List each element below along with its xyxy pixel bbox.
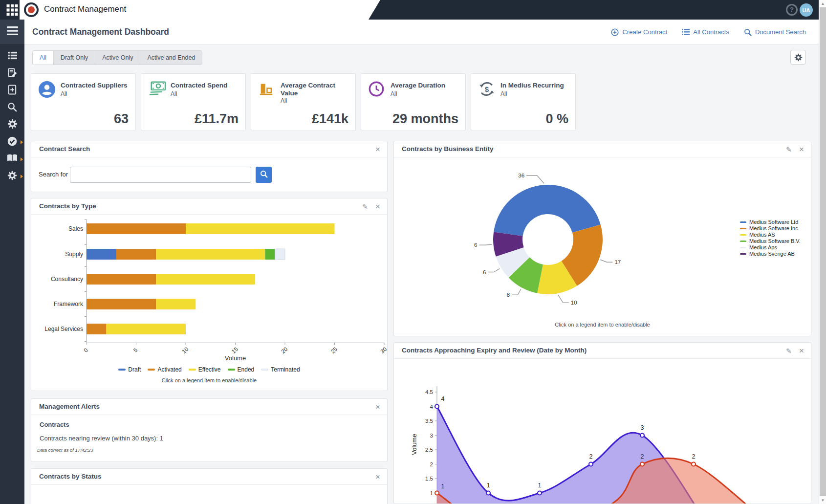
kpi-card-recurring: $In Medius RecurringAll0 % bbox=[471, 73, 576, 131]
legend-item-medius-aps[interactable]: Medius Aps bbox=[740, 244, 801, 250]
svg-text:Supply: Supply bbox=[65, 251, 83, 258]
sidebar-item-admin-settings[interactable] bbox=[0, 168, 24, 185]
library-icon bbox=[7, 153, 18, 165]
legend-label: Medius Sverige AB bbox=[749, 251, 795, 257]
help-icon[interactable]: ? bbox=[786, 4, 798, 16]
action-label: All Contracts bbox=[693, 28, 729, 36]
svg-text:Volume: Volume bbox=[225, 354, 246, 361]
legend-label: Medius Software B.V. bbox=[749, 238, 801, 244]
sidebar-item-dashboard-list[interactable] bbox=[0, 48, 24, 65]
sidebar-item-library[interactable] bbox=[0, 151, 24, 168]
svg-text:Legal Services: Legal Services bbox=[44, 326, 83, 332]
svg-text:25: 25 bbox=[329, 346, 338, 354]
scroll-down-icon[interactable]: ▼ bbox=[819, 497, 826, 504]
panel-header: Contracts Approaching Expiry and Review … bbox=[394, 343, 811, 359]
legend-item-draft[interactable]: Draft bbox=[118, 366, 141, 373]
panel-edit-icon[interactable]: ✎ bbox=[786, 348, 792, 354]
svg-text:1: 1 bbox=[538, 482, 542, 489]
search-icon bbox=[260, 170, 268, 180]
panel-header: Contracts by Status × bbox=[31, 469, 387, 485]
avg-contract-value-icon bbox=[258, 81, 277, 98]
filter-tab-active-and-ended[interactable]: Active and Ended bbox=[140, 51, 202, 65]
legend-item-effective[interactable]: Effective bbox=[189, 366, 221, 373]
contract-search-input[interactable] bbox=[70, 167, 251, 183]
legend-item-medius-software-ltd[interactable]: Medius Software Ltd bbox=[740, 219, 801, 225]
search-button[interactable] bbox=[256, 167, 272, 183]
sidebar-item-contract-edit[interactable] bbox=[0, 65, 24, 82]
kpi-value: £11.7m bbox=[195, 111, 239, 127]
legend-swatch bbox=[740, 253, 746, 255]
panel-close-icon[interactable]: × bbox=[375, 202, 380, 211]
alert-text[interactable]: Contracts nearing review (within 30 days… bbox=[40, 435, 163, 442]
approvals-icon bbox=[7, 136, 17, 148]
dashboard-settings-button[interactable] bbox=[790, 50, 806, 65]
contract-edit-icon bbox=[7, 68, 18, 80]
sidebar-item-hamburger[interactable] bbox=[0, 20, 24, 44]
legend-label: Terminated bbox=[271, 366, 300, 373]
svg-text:2.5: 2.5 bbox=[425, 447, 433, 453]
user-avatar[interactable]: UA bbox=[800, 3, 813, 17]
kpi-card-duration: Average DurationAll29 months bbox=[361, 73, 466, 131]
legend-swatch bbox=[740, 247, 746, 248]
svg-text:4: 4 bbox=[441, 395, 445, 402]
suppliers-icon bbox=[38, 81, 57, 98]
legend-swatch bbox=[118, 369, 126, 371]
svg-text:10: 10 bbox=[571, 300, 577, 306]
app-title: Contract Management bbox=[44, 4, 126, 14]
svg-text:4: 4 bbox=[430, 404, 434, 410]
legend-label: Ended bbox=[238, 366, 255, 373]
vertical-scrollbar[interactable]: ▲ ▼ bbox=[819, 0, 826, 504]
sidebar-item-approvals[interactable] bbox=[0, 133, 24, 151]
app-logo-icon bbox=[24, 2, 39, 17]
kpi-card-avg-contract-value: Average Contract ValueAll£141k bbox=[251, 73, 356, 131]
kpi-value: 29 months bbox=[392, 111, 458, 127]
legend-label: Medius Software Ltd bbox=[749, 219, 798, 225]
panel-header: Contracts by Type ✎× bbox=[31, 198, 387, 215]
panel-title: Contracts by Status bbox=[39, 469, 102, 484]
legend-item-medius-as[interactable]: Medius AS bbox=[740, 232, 801, 238]
legend-swatch bbox=[189, 369, 196, 371]
scroll-up-icon[interactable]: ▲ bbox=[819, 0, 826, 7]
legend-item-terminated[interactable]: Terminated bbox=[261, 366, 300, 373]
panel-edit-icon[interactable]: ✎ bbox=[786, 146, 792, 153]
kpi-title: In Medius Recurring bbox=[500, 82, 567, 89]
panel-title: Contracts Approaching Expiry and Review … bbox=[402, 343, 587, 358]
panel-header: Management Alerts × bbox=[31, 399, 387, 415]
sidebar-item-document-add[interactable] bbox=[0, 82, 24, 99]
sidebar-item-search[interactable] bbox=[0, 99, 24, 116]
panel-title: Contract Search bbox=[39, 141, 90, 157]
scrollbar-thumb[interactable] bbox=[820, 7, 826, 496]
panel-close-icon[interactable]: × bbox=[799, 145, 804, 153]
create-contract-button[interactable]: Create Contract bbox=[611, 28, 667, 36]
sidebar-item-settings[interactable] bbox=[0, 116, 24, 133]
panel-close-icon[interactable]: × bbox=[375, 473, 380, 481]
legend-item-activated[interactable]: Activated bbox=[148, 366, 181, 373]
svg-text:8: 8 bbox=[507, 292, 510, 298]
legend-item-medius-software-inc[interactable]: Medius Software Inc bbox=[740, 225, 801, 231]
svg-text:30: 30 bbox=[379, 346, 387, 354]
all-contracts-button[interactable]: All Contracts bbox=[682, 28, 729, 36]
legend-label: Activated bbox=[157, 366, 181, 373]
panel-close-icon[interactable]: × bbox=[375, 145, 380, 153]
svg-text:2: 2 bbox=[641, 453, 644, 460]
filter-tab-all[interactable]: All bbox=[33, 51, 54, 65]
gear-icon bbox=[794, 53, 803, 62]
panel-close-icon[interactable]: × bbox=[799, 347, 804, 355]
chart-footnote: Click on a legend item to enable/disable bbox=[394, 322, 811, 328]
svg-text:36: 36 bbox=[518, 173, 524, 178]
filter-tab-draft-only[interactable]: Draft Only bbox=[54, 51, 95, 65]
panel-close-icon[interactable]: × bbox=[375, 403, 380, 411]
svg-text:1.5: 1.5 bbox=[425, 476, 433, 482]
legend-item-medius-software-b-v-[interactable]: Medius Software B.V. bbox=[740, 238, 801, 244]
svg-text:0: 0 bbox=[83, 347, 89, 353]
app-launcher-icon[interactable] bbox=[6, 4, 18, 16]
legend-item-medius-sverige-ab[interactable]: Medius Sverige AB bbox=[740, 251, 801, 257]
document-search-button[interactable]: Document Search bbox=[744, 28, 806, 36]
page-title: Contract Management Dashboard bbox=[32, 20, 169, 44]
panel-edit-icon[interactable]: ✎ bbox=[362, 203, 368, 210]
svg-text:3: 3 bbox=[430, 433, 433, 438]
spend-icon bbox=[148, 81, 167, 98]
expiry-review-chart: 4.543.532.521.51Volume41123122 bbox=[394, 359, 811, 504]
filter-tab-active-only[interactable]: Active Only bbox=[95, 51, 140, 65]
legend-item-ended[interactable]: Ended bbox=[228, 366, 255, 373]
